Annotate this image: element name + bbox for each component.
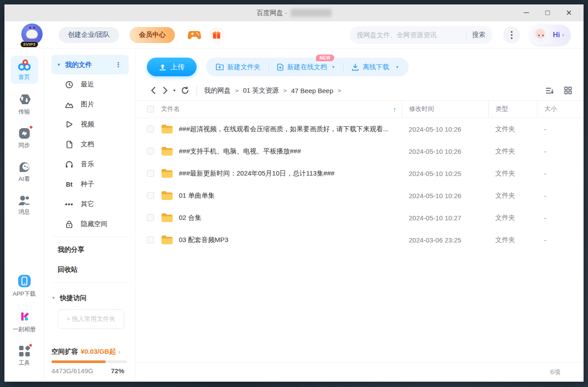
file-size: -: [537, 192, 546, 199]
maximize-button[interactable]: □: [539, 5, 556, 20]
sidebar-item-others[interactable]: ••• 其它: [51, 194, 129, 214]
folder-icon: [161, 146, 173, 156]
history-dropdown-icon[interactable]: ▼: [173, 89, 176, 93]
file-name[interactable]: 02 合集: [179, 214, 402, 222]
rail-item-sync[interactable]: 同步: [11, 124, 38, 152]
search-button[interactable]: 搜索: [472, 31, 485, 39]
rail-item-home[interactable]: 首页: [11, 56, 38, 84]
divider: [51, 237, 129, 237]
table-row[interactable]: 02 合集 2024-05-10 10:27 文件夹 -: [135, 207, 584, 229]
file-name[interactable]: 01 单曲单集: [179, 192, 402, 200]
file-size: -: [537, 236, 546, 244]
sidebar-item-videos[interactable]: 视频: [51, 114, 129, 134]
file-modified: 2024-05-10 10:26: [402, 148, 461, 155]
offline-download-button[interactable]: 离线下载 ▼: [351, 63, 400, 71]
rail-item-photo-album[interactable]: 一刻相册: [11, 306, 38, 336]
grid-view-button[interactable]: [564, 86, 572, 94]
row-checkbox[interactable]: [147, 192, 154, 199]
rail-item-app-download[interactable]: APP下载: [11, 271, 38, 301]
file-name[interactable]: 03 配套音频MP3: [179, 236, 402, 244]
table-row[interactable]: ###最新更新时间：2024年05月10日，总计113集### 2024-05-…: [135, 162, 584, 184]
sidebar-item-torrents[interactable]: Bt 种子: [51, 174, 129, 194]
vip-center-button[interactable]: 会员中心: [130, 27, 175, 43]
folder-icon: [161, 213, 173, 223]
rail-item-messages[interactable]: 消息: [11, 192, 38, 219]
new-online-doc-button[interactable]: NEW 新建在线文档 ▼: [276, 63, 336, 71]
sidebar-item-pictures[interactable]: 图片: [51, 94, 129, 114]
file-name[interactable]: ###超清视频，在线观看会压缩画质，如果要画质好，请下载下来观看...: [179, 125, 402, 133]
file-modified: 2024-05-10 10:25: [402, 170, 461, 177]
breadcrumb-item[interactable]: 我的网盘: [204, 86, 231, 95]
file-size: -: [537, 214, 546, 222]
grid-icon: [564, 86, 572, 94]
ai-view-icon: [18, 161, 31, 173]
toolbar: 上传 新建文件夹 NEW: [135, 58, 584, 76]
sort-order-button[interactable]: [545, 87, 554, 94]
new-folder-button[interactable]: 新建文件夹: [215, 63, 261, 71]
row-checkbox[interactable]: [147, 148, 154, 155]
transfer-icon: [18, 93, 31, 106]
folder-icon: [161, 235, 173, 245]
breadcrumb-item[interactable]: 01 英文资源: [243, 86, 279, 95]
headphones-icon: [65, 160, 73, 168]
forward-button[interactable]: [159, 84, 172, 97]
rail-item-transfer[interactable]: 传输: [11, 90, 38, 118]
user-logo[interactable]: SVIP3: [21, 23, 44, 47]
close-button[interactable]: ×: [560, 5, 577, 20]
kebab-icon: [511, 31, 513, 39]
divider: [197, 86, 197, 95]
file-list: ###超清视频，在线观看会压缩画质，如果要画质好，请下载下来观看... 2024…: [135, 118, 584, 362]
row-checkbox[interactable]: [147, 170, 154, 177]
table-row[interactable]: 03 配套音频MP3 2024-03-06 23:25 文件夹 -: [135, 229, 584, 251]
sidebar-item-quick-access[interactable]: ▼ 快捷访问: [51, 289, 129, 307]
account-pill[interactable]: Hi ›: [530, 25, 570, 45]
sidebar-item-my-shares[interactable]: 我的分享: [51, 240, 129, 260]
table-row[interactable]: ###支持手机、电脑、电视、平板播放### 2024-05-10 10:26 文…: [135, 140, 584, 162]
breadcrumb-item[interactable]: 47 Beep Beep: [291, 87, 333, 94]
file-size: -: [537, 125, 546, 133]
file-name[interactable]: ###支持手机、电脑、电视、平板播放###: [179, 147, 402, 156]
sidebar-item-my-files[interactable]: ▼ 我的文件 ⋮: [51, 55, 129, 74]
table-row[interactable]: ###超清视频，在线观看会压缩画质，如果要画质好，请下载下来观看... 2024…: [135, 118, 584, 140]
new-doc-icon: [277, 63, 284, 71]
table-row[interactable]: 01 单曲单集 2024-05-10 10:26 文件夹 -: [135, 184, 584, 207]
search-divider: [466, 31, 467, 39]
upload-button[interactable]: 上传: [147, 58, 197, 76]
play-icon: [66, 121, 73, 129]
upload-icon: [159, 63, 166, 71]
rail-item-ai-view[interactable]: AI看: [11, 158, 38, 186]
sidebar-item-hidden-space[interactable]: 隐藏空间: [51, 214, 129, 234]
refresh-button[interactable]: [179, 84, 191, 97]
column-header-name[interactable]: 文件名: [161, 105, 180, 113]
sidebar-item-recycle-bin[interactable]: 回收站: [51, 260, 129, 280]
select-all-checkbox[interactable]: [147, 106, 154, 113]
back-button[interactable]: [147, 84, 159, 97]
lock-icon: [66, 220, 73, 228]
sort-ascending-icon[interactable]: ↑: [393, 106, 397, 113]
column-header-type[interactable]: 类型: [488, 101, 537, 117]
search-input[interactable]: [357, 31, 461, 39]
sidebar-item-documents[interactable]: 文档: [51, 134, 129, 154]
gift-button[interactable]: [209, 27, 225, 43]
file-name[interactable]: ###最新更新时间：2024年05月10日，总计113集###: [179, 169, 402, 178]
minimize-button[interactable]: ─: [518, 5, 535, 20]
sidebar-item-music[interactable]: 音乐: [51, 154, 129, 174]
row-checkbox[interactable]: [147, 214, 154, 221]
sidebar-item-recent[interactable]: 最近: [51, 74, 129, 94]
file-table-header: 文件名 ↑ 修改时间 类型 大小: [135, 100, 584, 118]
main-content: 上传 新建文件夹 NEW: [135, 49, 584, 382]
chevron-right-icon: ›: [118, 348, 120, 355]
expand-storage-link[interactable]: 空间扩容 ¥0.03/GB起 ›: [51, 348, 127, 356]
column-header-size[interactable]: 大小: [537, 101, 584, 117]
game-center-button[interactable]: [186, 27, 202, 43]
my-files-menu-icon[interactable]: ⋮: [113, 61, 123, 69]
row-checkbox[interactable]: [147, 125, 154, 133]
favorite-folder-dropzone[interactable]: + 拖入常用文件夹: [58, 309, 124, 329]
column-header-modified[interactable]: 修改时间: [402, 101, 488, 117]
sync-icon: [18, 127, 31, 140]
create-team-button[interactable]: 创建企业/团队: [59, 27, 119, 43]
download-icon: [351, 63, 359, 71]
rail-item-tools[interactable]: 工具: [11, 342, 38, 370]
header-menu-button[interactable]: [503, 27, 520, 43]
row-checkbox[interactable]: [147, 236, 154, 243]
